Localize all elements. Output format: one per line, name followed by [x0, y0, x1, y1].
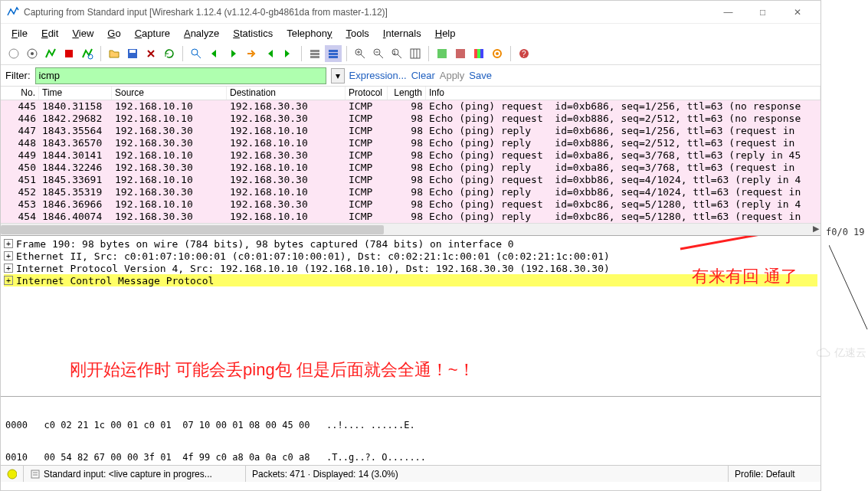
svg-rect-6	[129, 50, 136, 53]
expression-link[interactable]: Expression...	[349, 70, 407, 81]
hex-row: 0010 00 54 82 67 00 00 3f 01 4f 99 c0 a8…	[5, 452, 816, 463]
svg-rect-8	[310, 50, 319, 52]
go-forward-icon[interactable]	[224, 45, 241, 62]
svg-rect-18	[411, 49, 420, 58]
packet-row[interactable]: 4481843.36570192.168.30.30192.168.10.10I…	[1, 137, 821, 149]
col-time[interactable]: Time	[39, 87, 112, 100]
coloring-rules-icon[interactable]	[470, 45, 487, 62]
filter-dropdown-icon[interactable]: ▾	[331, 68, 345, 83]
packet-row[interactable]: 4531846.36966192.168.10.10192.168.30.30I…	[1, 198, 821, 211]
stop-capture-icon[interactable]	[61, 45, 77, 62]
preferences-icon[interactable]	[489, 45, 506, 62]
zoom-in-icon[interactable]	[352, 45, 368, 62]
interfaces-icon[interactable]	[5, 45, 22, 62]
capture-filters-icon[interactable]	[434, 45, 450, 62]
svg-rect-21	[474, 49, 477, 58]
app-icon	[7, 6, 19, 18]
packet-details[interactable]: +Frame 190: 98 bytes on wire (784 bits),…	[1, 235, 821, 396]
packet-row[interactable]: 4521845.35319192.168.30.30192.168.10.10I…	[1, 186, 821, 198]
reload-icon[interactable]	[161, 45, 178, 62]
packet-row[interactable]: 4541846.40074192.168.30.30192.168.10.10I…	[1, 211, 821, 223]
zoom-out-icon[interactable]	[370, 45, 387, 62]
menu-telephony[interactable]: Telephony	[280, 26, 338, 41]
menu-file[interactable]: File	[5, 26, 34, 41]
filter-input[interactable]	[39, 70, 323, 81]
hex-pane[interactable]: 0000 c0 02 21 1c 00 01 c0 01 07 10 00 01…	[1, 396, 821, 465]
menu-view[interactable]: View	[66, 26, 100, 41]
col-source[interactable]: Source	[112, 87, 227, 100]
h-scroll-thumb[interactable]	[1, 225, 384, 234]
svg-point-2	[31, 52, 34, 55]
packet-column-header: No. Time Source Destination Protocol Len…	[1, 87, 821, 100]
display-filters-icon[interactable]	[452, 45, 469, 62]
svg-rect-13	[329, 56, 338, 58]
save-link[interactable]: Save	[469, 70, 492, 81]
go-first-icon[interactable]	[261, 45, 278, 62]
col-destination[interactable]: Destination	[227, 87, 346, 100]
menu-help[interactable]: Help	[429, 26, 462, 41]
detail-frame[interactable]: +Frame 190: 98 bytes on wire (784 bits),…	[4, 237, 817, 250]
expert-info-icon[interactable]	[1, 466, 24, 482]
go-to-icon[interactable]	[243, 45, 260, 62]
h-scrollbar[interactable]: ▶	[1, 223, 821, 235]
status-input: Standard input: <live capture in progres…	[24, 466, 246, 482]
col-info[interactable]: Info	[426, 87, 821, 100]
zoom-reset-icon[interactable]: 1	[388, 45, 405, 62]
statusbar: Standard input: <live capture in progres…	[1, 465, 821, 482]
svg-point-0	[9, 49, 18, 58]
close-file-icon[interactable]	[142, 45, 159, 62]
svg-rect-23	[480, 49, 483, 58]
status-profile[interactable]: Profile: Default	[729, 466, 821, 482]
options-icon[interactable]	[24, 45, 41, 62]
packet-row[interactable]: 4511845.33691192.168.10.10192.168.30.30I…	[1, 174, 821, 186]
hex-row: 0000 c0 02 21 1c 00 01 c0 01 07 10 00 01…	[5, 420, 816, 430]
titlebar: Capturing from Standard input [Wireshark…	[1, 1, 821, 24]
restart-capture-icon[interactable]	[79, 45, 96, 62]
menu-tools[interactable]: Tools	[340, 26, 375, 41]
go-last-icon[interactable]	[280, 45, 296, 62]
side-label: f0/0 19	[826, 227, 865, 237]
packet-list[interactable]: 4451840.31158192.168.10.10192.168.30.30I…	[1, 100, 821, 223]
col-no[interactable]: No.	[1, 87, 39, 100]
menu-edit[interactable]: Edit	[35, 26, 64, 41]
help-icon[interactable]: ?	[516, 45, 532, 62]
expand-icon[interactable]: +	[4, 251, 13, 260]
menu-go[interactable]: Go	[101, 26, 126, 41]
filter-input-wrap	[35, 67, 326, 84]
minimize-button[interactable]: —	[711, 2, 745, 23]
svg-rect-3	[65, 50, 73, 57]
start-capture-icon[interactable]	[42, 45, 59, 62]
autoscroll-icon[interactable]	[325, 45, 342, 62]
detail-ethernet[interactable]: +Ethernet II, Src: c0:01:07:10:00:01 (c0…	[4, 250, 817, 262]
clear-link[interactable]: Clear	[411, 70, 435, 81]
packet-row[interactable]: 4491844.30141192.168.10.10192.168.30.30I…	[1, 149, 821, 162]
packet-row[interactable]: 4501844.32246192.168.30.30192.168.10.10I…	[1, 162, 821, 174]
col-length[interactable]: Length	[388, 87, 426, 100]
resize-columns-icon[interactable]	[407, 45, 424, 62]
expand-icon[interactable]: +	[4, 276, 13, 285]
packet-row[interactable]: 4461842.29682192.168.10.10192.168.30.30I…	[1, 113, 821, 125]
expand-icon[interactable]: +	[4, 239, 13, 248]
menu-capture[interactable]: Capture	[129, 26, 176, 41]
menu-internals[interactable]: Internals	[377, 26, 427, 41]
packet-row[interactable]: 4471843.35564192.168.30.30192.168.10.10I…	[1, 125, 821, 137]
packet-row[interactable]: 4451840.31158192.168.10.10192.168.30.30I…	[1, 100, 821, 113]
go-back-icon[interactable]	[206, 45, 223, 62]
apply-link[interactable]: Apply	[440, 70, 465, 81]
svg-rect-29	[31, 470, 39, 478]
close-button[interactable]: ✕	[780, 2, 814, 23]
titlebar-text: Capturing from Standard input [Wireshark…	[24, 7, 711, 18]
find-icon[interactable]	[188, 45, 205, 62]
maximize-button[interactable]: □	[745, 2, 780, 23]
annotation-success: 有来有回 通了	[692, 265, 798, 288]
menu-analyze[interactable]: Analyze	[178, 26, 225, 41]
colorize-icon[interactable]	[306, 45, 323, 62]
h-scroll-right-icon[interactable]: ▶	[813, 224, 819, 234]
expand-icon[interactable]: +	[4, 264, 13, 273]
note-icon	[30, 469, 41, 480]
open-file-icon[interactable]	[106, 45, 123, 62]
menu-statistics[interactable]: Statistics	[227, 26, 279, 41]
col-protocol[interactable]: Protocol	[346, 87, 388, 100]
save-file-icon[interactable]	[124, 45, 141, 62]
annotation-note: 刚开始运作时 可能会丢ping包 但是后面就会全通！~！	[70, 358, 475, 381]
